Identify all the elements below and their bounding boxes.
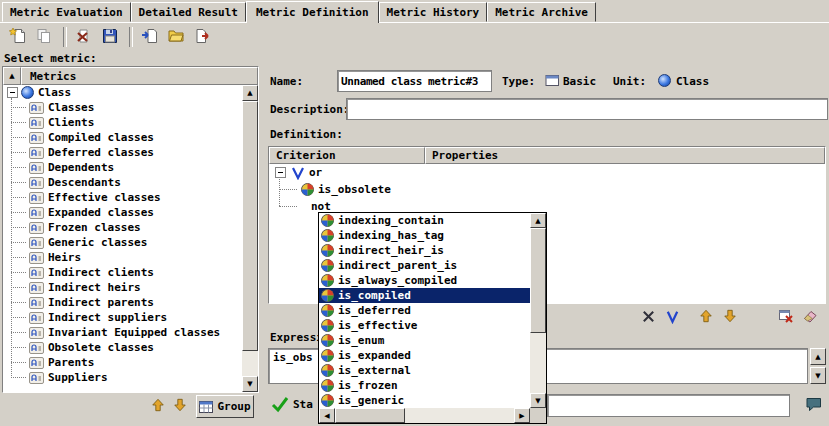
- description-input[interactable]: [346, 98, 828, 120]
- scroll-left-button[interactable]: ◀: [319, 408, 335, 423]
- tree-item[interactable]: Classes: [3, 100, 242, 115]
- tree-item[interactable]: Expanded classes: [3, 205, 242, 220]
- dropdown-item[interactable]: is_external: [319, 363, 530, 378]
- metric-icon: [29, 132, 44, 144]
- move-down-icon: [173, 398, 187, 412]
- dropdown-vertical-scrollbar[interactable]: ▲ ▼: [530, 213, 546, 408]
- scrollbar-corner: [530, 408, 546, 423]
- dropdown-horizontal-scrollbar[interactable]: ◀ ▶: [319, 408, 530, 423]
- export-metrics-button[interactable]: [190, 25, 214, 49]
- comment-icon[interactable]: [805, 395, 823, 413]
- dropdown-item[interactable]: is_deferred: [319, 303, 530, 318]
- metric-icon: [29, 237, 44, 249]
- tree-item-label: Generic classes: [48, 236, 147, 249]
- dropdown-item[interactable]: indirect_heir_is: [319, 243, 530, 258]
- dropdown-item[interactable]: indirect_parent_is: [319, 258, 530, 273]
- expression-text: is_obs: [273, 351, 313, 364]
- scroll-right-button[interactable]: ▶: [514, 408, 530, 423]
- save-metric-button[interactable]: [98, 25, 122, 49]
- tree-item[interactable]: Suppliers: [3, 370, 242, 385]
- criterion-icon: [321, 304, 334, 317]
- criterion-row-or[interactable]: or: [269, 164, 825, 181]
- tree-item[interactable]: Heirs: [3, 250, 242, 265]
- criterion-row-is-obsolete[interactable]: is_obsolete: [269, 181, 825, 198]
- delete-metric-button[interactable]: [72, 25, 96, 49]
- tab[interactable]: Metric Evaluation: [2, 2, 131, 22]
- dropdown-item[interactable]: is_always_compiled: [319, 273, 530, 288]
- scroll-up-button[interactable]: ▲: [810, 348, 826, 365]
- move-criterion-down-button[interactable]: [720, 307, 740, 325]
- tree-item[interactable]: Indirect clients: [3, 265, 242, 280]
- new-metric-button[interactable]: [6, 25, 30, 49]
- tree-item[interactable]: Generic classes: [3, 235, 242, 250]
- metrics-column-header[interactable]: Metrics: [21, 67, 258, 85]
- sort-button[interactable]: ▲: [3, 67, 21, 85]
- erase-button[interactable]: [800, 307, 820, 325]
- tree-item[interactable]: Invariant Equipped classes: [3, 325, 242, 340]
- tree-item[interactable]: Dependents: [3, 160, 242, 175]
- and-criterion-button[interactable]: [638, 307, 658, 325]
- tree-item[interactable]: Indirect heirs: [3, 280, 242, 295]
- metric-list-scrollbar[interactable]: ▲ ▼: [242, 85, 258, 392]
- properties-column-header[interactable]: Properties: [425, 147, 825, 164]
- collapse-icon[interactable]: [7, 87, 18, 98]
- scrollbar-thumb[interactable]: [335, 408, 405, 423]
- tab[interactable]: Metric History: [379, 2, 488, 22]
- tab-label: Metric Evaluation: [10, 6, 123, 19]
- open-metrics-button[interactable]: [164, 25, 188, 49]
- dropdown-item[interactable]: is_generic: [319, 393, 530, 408]
- tree-item-label: Suppliers: [48, 371, 108, 384]
- dropdown-item[interactable]: is_enum: [319, 333, 530, 348]
- tree-item[interactable]: Parents: [3, 355, 242, 370]
- move-metric-up-button[interactable]: [148, 396, 168, 414]
- dropdown-item[interactable]: indexing_has_tag: [319, 228, 530, 243]
- scrollbar-thumb[interactable]: [242, 101, 258, 351]
- tree-item[interactable]: Deferred classes: [3, 145, 242, 160]
- tree-item[interactable]: Clients: [3, 115, 242, 130]
- tab[interactable]: Metric Archive: [487, 2, 596, 22]
- tree-item[interactable]: Effective classes: [3, 190, 242, 205]
- move-criterion-up-button[interactable]: [696, 307, 716, 325]
- metric-list-panel: ▲ Metrics Class Classes Clients: [2, 66, 259, 393]
- dropdown-item[interactable]: is_expanded: [319, 348, 530, 363]
- tree-item-label: Heirs: [48, 251, 81, 264]
- criterion-column-header[interactable]: Criterion: [269, 147, 425, 164]
- class-unit-icon: [21, 86, 34, 99]
- tab[interactable]: Detailed Result: [131, 2, 246, 22]
- scroll-down-button[interactable]: ▼: [242, 376, 258, 392]
- metric-icon: [29, 312, 44, 324]
- copy-metric-button[interactable]: [32, 25, 56, 49]
- tree-item-label: Invariant Equipped classes: [48, 326, 220, 339]
- scroll-up-button[interactable]: ▲: [242, 85, 258, 101]
- delete-metric-icon: [75, 27, 93, 48]
- remove-criterion-button[interactable]: [776, 307, 796, 325]
- name-input[interactable]: [337, 70, 492, 92]
- dropdown-item[interactable]: is_compiled: [319, 288, 530, 303]
- scrollbar-thumb[interactable]: [530, 228, 546, 333]
- tree-item[interactable]: Indirect suppliers: [3, 310, 242, 325]
- import-metrics-button[interactable]: [138, 25, 162, 49]
- dropdown-item[interactable]: is_effective: [319, 318, 530, 333]
- dropdown-item[interactable]: is_frozen: [319, 378, 530, 393]
- tree-item[interactable]: Frozen classes: [3, 220, 242, 235]
- expression-scrollbar[interactable]: ▲ ▼: [810, 348, 826, 384]
- tree-item[interactable]: Indirect parents: [3, 295, 242, 310]
- tree-item[interactable]: Obsolete classes: [3, 340, 242, 355]
- scroll-down-button[interactable]: ▼: [810, 367, 826, 384]
- tree-item[interactable]: Descendants: [3, 175, 242, 190]
- criterion-icon: [321, 394, 334, 407]
- group-button[interactable]: Group: [196, 395, 254, 418]
- move-up-icon: [699, 309, 713, 323]
- collapse-icon[interactable]: [275, 167, 286, 178]
- tree-item-class-root[interactable]: Class: [3, 85, 242, 100]
- move-metric-down-button[interactable]: [170, 396, 190, 414]
- scroll-down-button[interactable]: ▼: [530, 393, 546, 408]
- criterion-value-input[interactable]: [547, 394, 790, 417]
- dropdown-item-label: is_effective: [338, 319, 417, 332]
- dropdown-item-label: is_frozen: [338, 379, 398, 392]
- scroll-up-button[interactable]: ▲: [530, 213, 546, 228]
- dropdown-item[interactable]: indexing_contain: [319, 213, 530, 228]
- tab[interactable]: Metric Definition: [246, 1, 379, 23]
- or-criterion-button[interactable]: [662, 307, 682, 325]
- tree-item[interactable]: Compiled classes: [3, 130, 242, 145]
